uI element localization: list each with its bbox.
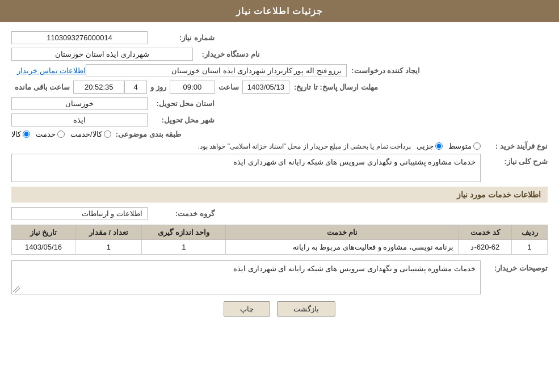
group-khidmat-label: گروه خدمت: [152, 209, 215, 218]
radio-kala-input[interactable] [23, 130, 30, 138]
mohlat-time-label: ساعت [218, 83, 239, 91]
sharh-koli-label: شرح کلی نیاز: [485, 154, 548, 166]
toseehat-box: خدمات مشاوره پشتیبانی و نگهداری سرویس ها… [11, 260, 481, 294]
tabaqe-radio-group: کالا/خدمت خدمت کالا [11, 130, 111, 138]
noee-farayand-row: نوع فرآیند خرید : متوسط جزیی پرداخت تمام… [11, 142, 548, 150]
toseehat-label: توصیحات خریدار: [485, 260, 548, 272]
resize-handle-icon-2 [13, 286, 20, 293]
back-button[interactable]: بازگشت [277, 301, 335, 317]
toseehat-row: توصیحات خریدار: خدمات مشاوره پشتیبانی و … [11, 260, 548, 294]
radio-jozii-input[interactable] [435, 142, 443, 150]
table-row: 1 620-62-د برنامه نویسی، مشاوره و فعالیت… [12, 240, 548, 255]
radio-motavasset-input[interactable] [473, 142, 481, 150]
col-vahed: واحد اندازه گیری [142, 225, 226, 240]
shomara-niaz-value: 1103093276000014 [11, 31, 148, 44]
cell-tedad: 1 [75, 240, 142, 255]
shomara-niaz-label: شماره نیاز: [152, 33, 215, 42]
khidamat-sub-header: اطلاعات خدمات مورد نیاز [11, 187, 548, 203]
nam-dastgah-row: نام دستگاه خریدار: شهرداری ایذه استان خو… [11, 48, 548, 61]
mohlat-remaining-label: ساعت باقی مانده [15, 83, 70, 91]
col-radif: ردیف [512, 225, 548, 240]
radio-khadamat: خدمت [36, 130, 65, 138]
group-khidmat-row: گروه خدمت: اطلاعات و ارتباطات [11, 207, 548, 220]
header-title: جزئیات اطلاعات نیاز [236, 6, 323, 16]
mohlat-date: 1403/05/13 [242, 81, 289, 94]
mohlat-row: مهلت ارسال پاسخ: تا تاریخ: 1403/05/13 سا… [11, 81, 548, 94]
sharh-koli-row: شرح کلی نیاز: خدمات مشاوره پشتیبانی و نگ… [11, 154, 548, 182]
ijad-konande-value: برزو فتح اله پور کاربرداز شهرداری ایذه ا… [86, 64, 347, 77]
col-tedad: تعداد / مقدار [75, 225, 142, 240]
radio-jozii-label: جزیی [417, 142, 434, 150]
cell-name: برنامه نویسی، مشاوره و فعالیت‌های مربوط … [226, 240, 459, 255]
buttons-row: بازگشت چاپ [11, 301, 548, 317]
ijad-konande-row: ایجاد کننده درخواست: برزو فتح اله پور کا… [11, 64, 548, 77]
cell-radif: 1 [512, 240, 548, 255]
shahr-label: شهر محل تحویل: [152, 116, 215, 124]
shahr-row: شهر محل تحویل: ایذه [11, 113, 548, 127]
ijad-konande-label: ایجاد کننده درخواست: [351, 66, 420, 75]
sharh-koli-value: خدمات مشاوره پشتیبانی و نگهداری سرویس ها… [11, 154, 481, 182]
mohlat-time: 09:00 [170, 81, 215, 94]
radio-kala-label: کالا [11, 130, 21, 138]
toseehat-value: خدمات مشاوره پشتیبانی و نگهداری سرویس ها… [233, 264, 476, 273]
ostan-row: استان محل تحویل: خوزستان [11, 97, 548, 110]
ostan-value: خوزستان [11, 97, 148, 110]
mohlat-label: مهلت ارسال پاسخ: تا تاریخ: [294, 83, 378, 91]
page-header: جزئیات اطلاعات نیاز [0, 0, 559, 22]
radio-motavasset-label: متوسط [448, 142, 472, 150]
radio-khadamat-label: خدمت [36, 130, 56, 138]
radio-kala-khadamat: کالا/خدمت [70, 130, 111, 138]
cell-tarikh: 1403/05/16 [12, 240, 75, 255]
sharh-koli-wrapper: خدمات مشاوره پشتیبانی و نگهداری سرویس ها… [11, 154, 481, 182]
shomara-niaz-row: شماره نیاز: 1103093276000014 [11, 31, 548, 44]
radio-kala: کالا [11, 130, 30, 138]
mohlat-day-label: روز و [150, 83, 166, 91]
group-khidmat-value: اطلاعات و ارتباطات [11, 207, 148, 220]
process-desc: پرداخت تمام یا بخشی از مبلغ خریدار از مح… [11, 142, 411, 150]
contact-link[interactable]: اطلاعات تماس خریدار [17, 66, 86, 75]
mohlat-clock: 20:52:35 [73, 81, 124, 94]
tabaqe-row: طبقه بندی موضوعی: کالا/خدمت خدمت کالا [11, 130, 548, 138]
col-code: کد خدمت [459, 225, 512, 240]
radio-kala-khadamat-input[interactable] [104, 130, 111, 138]
mohlat-day: 4 [124, 81, 147, 94]
farayand-radio-group: متوسط جزیی [417, 142, 481, 150]
nam-dastgah-value: شهرداری ایذه استان خوزستان [11, 48, 193, 61]
cell-code: 620-62-د [459, 240, 512, 255]
radio-kala-khadamat-label: کالا/خدمت [70, 130, 102, 138]
tabaqe-label: طبقه بندی موضوعی: [116, 130, 182, 138]
cell-vahed: 1 [142, 240, 226, 255]
noee-farayand-label: نوع فرآیند خرید : [485, 142, 548, 150]
print-button[interactable]: چاپ [224, 301, 270, 317]
radio-khadamat-input[interactable] [57, 130, 65, 138]
col-tarikh: تاریخ نیاز [12, 225, 75, 240]
shahr-value: ایذه [11, 113, 148, 127]
radio-jozii: جزیی [417, 142, 443, 150]
radio-motavasset: متوسط [448, 142, 481, 150]
col-name: نام خدمت [226, 225, 459, 240]
nam-dastgah-label: نام دستگاه خریدار: [197, 50, 260, 58]
ostan-label: استان محل تحویل: [152, 99, 215, 108]
khidmat-table: ردیف کد خدمت نام خدمت واحد اندازه گیری ت… [11, 225, 548, 255]
